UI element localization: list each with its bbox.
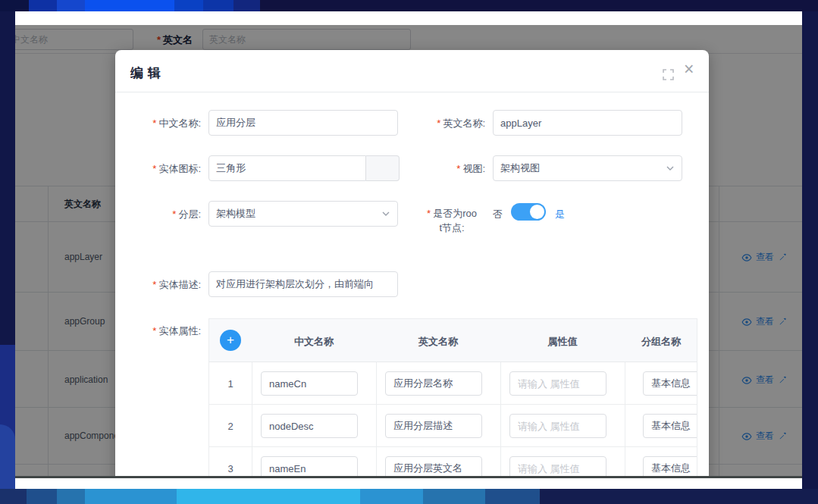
icon-picker-button[interactable] xyxy=(366,155,400,181)
fullscreen-icon[interactable] xyxy=(663,69,674,83)
required-marker: * xyxy=(456,163,460,174)
row-index: 2 xyxy=(209,421,252,432)
is-root-label: *是否为roo t节点: xyxy=(420,206,484,235)
attr-group-input[interactable] xyxy=(643,371,697,396)
entity-desc-input[interactable] xyxy=(208,271,398,297)
required-marker: * xyxy=(437,117,440,129)
attribute-row: 1 xyxy=(209,362,697,405)
attr-en-input[interactable] xyxy=(385,414,482,438)
app-window: *英文名 英文名称 appLayer appGroup application … xyxy=(15,25,802,476)
attributes-table: + 中文名称 英文名称 属性值 分组名称 1 2 xyxy=(208,318,697,476)
attr-cn-input[interactable] xyxy=(261,371,358,396)
en-name-input[interactable] xyxy=(493,110,682,136)
header-group-name: 分组名称 xyxy=(616,335,697,349)
attribute-row: 2 xyxy=(209,405,697,447)
cn-name-label: *中文名称: xyxy=(125,117,201,130)
entity-desc-label: *实体描述: xyxy=(125,278,201,292)
frame-bottom-bar xyxy=(0,489,818,504)
frame-top-bar xyxy=(0,0,818,11)
attributes-table-header: + 中文名称 英文名称 属性值 分组名称 xyxy=(209,319,697,362)
attr-value-input[interactable] xyxy=(509,414,606,438)
attr-cn-input[interactable] xyxy=(261,456,358,476)
close-icon[interactable]: × xyxy=(684,61,694,78)
toggle-knob xyxy=(530,205,544,219)
modal-header-divider xyxy=(115,92,709,92)
add-row-button[interactable]: + xyxy=(220,330,241,351)
attr-en-input[interactable] xyxy=(385,456,482,476)
toggle-on-text: 是 xyxy=(555,208,565,221)
en-name-label: *英文名称: xyxy=(409,117,485,130)
row-index: 3 xyxy=(209,463,252,474)
modal-title: 编辑 xyxy=(130,64,165,82)
attr-group-input[interactable] xyxy=(643,414,697,438)
layer-label: *分层: xyxy=(125,208,201,221)
required-marker: * xyxy=(172,208,176,220)
attribute-row: 3 xyxy=(209,447,697,476)
cn-name-input[interactable] xyxy=(208,110,398,136)
toggle-off-text: 否 xyxy=(493,208,503,221)
header-cn-name: 中文名称 xyxy=(268,335,359,349)
view-select[interactable]: 架构视图 xyxy=(493,155,682,181)
chevron-down-icon xyxy=(666,164,675,173)
attr-group-input[interactable] xyxy=(643,456,697,476)
row-index: 1 xyxy=(209,378,252,390)
root-toggle[interactable] xyxy=(511,203,546,221)
required-marker: * xyxy=(152,163,156,174)
layer-select[interactable]: 架构模型 xyxy=(208,201,398,227)
entity-attrs-label: *实体属性: xyxy=(125,324,201,338)
chevron-down-icon xyxy=(381,209,390,218)
edit-modal: 编辑 × *中文名称: *英文名称: *实体图标: *视图: xyxy=(115,50,709,476)
required-marker: * xyxy=(152,117,156,129)
header-attr-value: 属性值 xyxy=(517,335,608,349)
entity-icon-input[interactable] xyxy=(208,155,366,181)
attr-value-input[interactable] xyxy=(509,371,606,396)
header-en-name: 英文名称 xyxy=(393,335,484,349)
entity-icon-label: *实体图标: xyxy=(125,162,201,176)
required-marker: * xyxy=(152,325,156,337)
required-marker: * xyxy=(427,208,431,219)
attr-cn-input[interactable] xyxy=(261,414,358,438)
attr-value-input[interactable] xyxy=(509,456,606,476)
required-marker: * xyxy=(152,279,156,290)
attr-en-input[interactable] xyxy=(385,371,482,396)
screenshot-canvas: *英文名 英文名称 appLayer appGroup application … xyxy=(0,0,818,504)
view-label: *视图: xyxy=(409,162,485,176)
screenshot-bottom-edge xyxy=(15,476,802,478)
